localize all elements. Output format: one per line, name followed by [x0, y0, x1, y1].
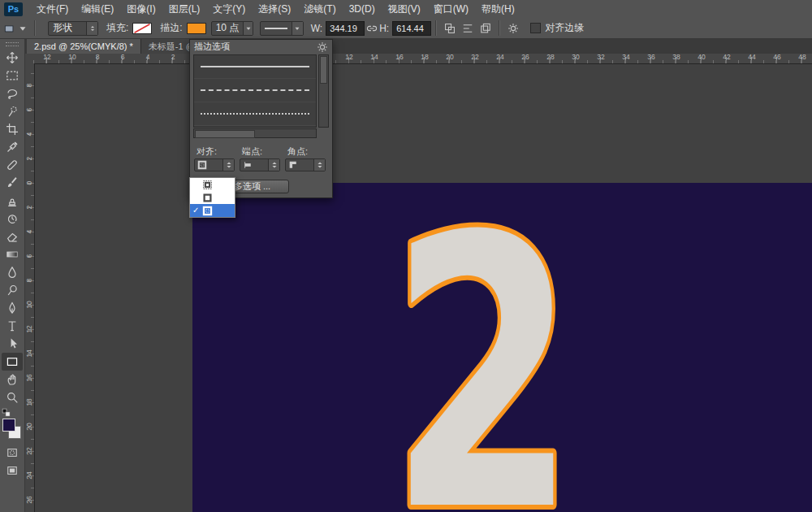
hruler-label: 8: [96, 54, 100, 61]
corners-select[interactable]: [285, 158, 326, 171]
menu-item-10[interactable]: 帮助(H): [475, 1, 521, 18]
hruler-label: 30: [572, 54, 579, 61]
stroke-width-value: 10 点: [212, 21, 244, 35]
shape-width-input[interactable]: 344.19: [326, 21, 365, 36]
path-alignment-button[interactable]: [459, 20, 477, 37]
foreground-color-swatch[interactable]: [2, 419, 15, 432]
fill-swatch[interactable]: [132, 23, 152, 34]
stroke-align-option-stroke-center[interactable]: ✓: [190, 191, 235, 204]
caps-select[interactable]: [240, 158, 280, 171]
tool-mode-select[interactable]: 形状: [48, 21, 98, 36]
stroke-style-dashed[interactable]: [194, 79, 316, 102]
vertical-ruler[interactable]: 864202468101214161820222426: [24, 63, 35, 512]
stroke-style-select[interactable]: [260, 21, 304, 36]
photoshop-logo-icon[interactable]: Ps: [4, 2, 23, 16]
eraser-icon: [6, 230, 19, 243]
hruler-label: 10: [68, 54, 76, 61]
panel-gear-icon[interactable]: [317, 41, 328, 53]
menu-item-8[interactable]: 视图(V): [382, 1, 427, 18]
default-colors-icon[interactable]: [2, 408, 11, 418]
tool-spot-healing[interactable]: [2, 156, 23, 174]
path-selection-icon: [6, 337, 19, 350]
hruler-label: 16: [395, 54, 403, 61]
tool-preset-button[interactable]: [2, 20, 30, 37]
tool-rectangle[interactable]: [2, 353, 23, 371]
hruler-label: 38: [672, 54, 680, 61]
hruler-label: 12: [345, 54, 352, 61]
stroke-width-select[interactable]: 10 点: [211, 21, 253, 36]
menu-item-7[interactable]: 3D(D): [343, 1, 382, 18]
tool-clone-stamp[interactable]: [2, 192, 23, 210]
chevron-updown-icon: [86, 22, 97, 35]
menu-item-3[interactable]: 图层(L): [162, 1, 207, 18]
tool-move[interactable]: [2, 49, 23, 67]
check-icon: ✓: [192, 191, 200, 204]
menu-items: 文件(F)编辑(E)图像(I)图层(L)文字(Y)选择(S)滤镜(T)3D(D)…: [30, 1, 521, 18]
hruler-label: 6: [121, 54, 125, 61]
menu-item-1[interactable]: 编辑(E): [75, 1, 120, 18]
stroke-swatch[interactable]: [187, 23, 206, 34]
menu-item-5[interactable]: 选择(S): [252, 1, 297, 18]
screen-mode-button[interactable]: [2, 462, 23, 479]
stroke-style-dotted[interactable]: [194, 102, 316, 126]
menu-item-9[interactable]: 窗口(W): [427, 1, 475, 18]
style-list-scrollbar[interactable]: [318, 54, 329, 128]
type-icon: [6, 319, 19, 332]
vruler-label: 24: [25, 471, 33, 480]
tool-path-selection[interactable]: [2, 335, 23, 353]
menu-item-6[interactable]: 滤镜(T): [297, 1, 342, 18]
document-tab-0[interactable]: 2.psd @ 25%(CMYK/8) *: [27, 39, 141, 54]
stroke-align-option-stroke-inside[interactable]: ✓: [190, 178, 235, 191]
menu-item-2[interactable]: 图像(I): [120, 1, 162, 18]
stroke-style-solid[interactable]: [194, 55, 316, 79]
tool-quick-selection[interactable]: [2, 102, 23, 120]
document-canvas[interactable]: 2: [192, 183, 812, 512]
stroke-align-dropdown: ✓✓✓: [189, 177, 235, 218]
tool-crop[interactable]: [2, 120, 23, 138]
lasso-icon: [6, 87, 19, 100]
blur-icon: [6, 266, 19, 279]
hruler-label: 48: [798, 54, 806, 61]
tool-gradient[interactable]: [2, 245, 23, 263]
height-label: H:: [379, 23, 389, 34]
spot-healing-icon: [6, 158, 19, 171]
scrollbar-thumb[interactable]: [195, 130, 255, 138]
menu-item-4[interactable]: 文字(Y): [206, 1, 252, 18]
path-arrange-button[interactable]: [477, 20, 495, 37]
hruler-label: 34: [622, 54, 629, 61]
tool-type[interactable]: [2, 317, 23, 335]
panel-grip[interactable]: [6, 42, 19, 46]
tool-rectangular-marquee[interactable]: [2, 67, 23, 85]
align-select[interactable]: [194, 158, 235, 171]
tool-mode-value: 形状: [49, 21, 76, 35]
tool-history-brush[interactable]: [2, 210, 23, 228]
dodge-icon: [6, 284, 19, 297]
number-2-artwork: 2: [390, 183, 577, 512]
tool-eyedropper[interactable]: [2, 138, 23, 156]
hand-icon: [6, 373, 19, 386]
tool-pen[interactable]: [2, 299, 23, 317]
quick-mask-button[interactable]: [2, 444, 23, 462]
shape-height-input[interactable]: 614.44: [392, 21, 431, 36]
tool-lasso[interactable]: [2, 85, 23, 102]
hruler-label: 22: [471, 54, 478, 61]
tool-dodge[interactable]: [2, 281, 23, 299]
link-dimensions-icon[interactable]: [366, 23, 378, 34]
horizontal-ruler[interactable]: 1210864212141618202224262830323436384042…: [24, 54, 812, 64]
zoom-icon: [6, 391, 19, 404]
tool-hand[interactable]: [2, 371, 23, 388]
style-list-hscrollbar[interactable]: [193, 128, 317, 138]
tool-blur[interactable]: [2, 263, 23, 281]
hruler-label: 14: [370, 54, 378, 61]
path-operations-button[interactable]: [441, 20, 459, 37]
menu-item-0[interactable]: 文件(F): [30, 1, 75, 18]
stroke-align-option-stroke-outside[interactable]: ✓: [190, 204, 235, 217]
geometry-options-gear-button[interactable]: [504, 20, 522, 37]
scrollbar-thumb[interactable]: [320, 56, 327, 84]
align-edges-checkbox[interactable]: [530, 23, 541, 33]
tool-zoom[interactable]: [2, 388, 23, 406]
tool-eraser[interactable]: [2, 228, 23, 245]
stroke-center-icon: [202, 193, 213, 203]
tool-brush[interactable]: [2, 174, 23, 192]
chevron-down-icon: [17, 23, 28, 34]
